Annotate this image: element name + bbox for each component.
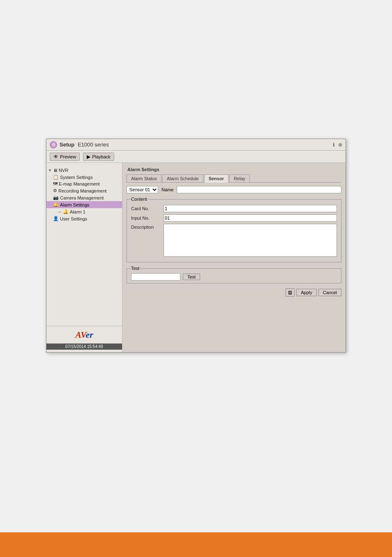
- card-no-input[interactable]: [164, 205, 337, 212]
- sidebar-item-alarm-1[interactable]: — 🔔 Alarm 1: [46, 208, 122, 215]
- preview-button[interactable]: 👁 Preview: [50, 153, 80, 161]
- panel-area: Alarm Settings Alarm Status Alarm Schedu…: [122, 163, 346, 352]
- title-bar-right: ℹ ⊗: [333, 142, 342, 148]
- sidebar-item-system-settings[interactable]: 📋 System Settings: [46, 174, 122, 181]
- sidebar-item-nvr[interactable]: ▼ 🖥 NVR: [46, 167, 122, 174]
- user-settings-icon: 👤: [53, 216, 59, 221]
- input-no-input[interactable]: [164, 214, 337, 222]
- sensor-row: Sensor 01 Name: [127, 186, 341, 193]
- name-input[interactable]: [177, 186, 341, 193]
- emap-icon: 🗺: [53, 181, 58, 186]
- recording-label: Recording Management: [58, 188, 106, 193]
- content-fieldset: Content Card No. Input No. Description: [127, 197, 341, 262]
- datetime-label: 07/15/2014 15:54:49: [65, 344, 103, 349]
- info-icon[interactable]: ℹ: [333, 142, 335, 148]
- expand-icon-alarm1: —: [58, 210, 62, 214]
- name-label: Name: [161, 187, 173, 192]
- test-input[interactable]: [131, 273, 180, 281]
- sidebar-item-alarm-settings[interactable]: 🔔 Alarm Settings: [46, 201, 122, 208]
- card-no-row: Card No.: [131, 205, 337, 212]
- aver-logo: AVer: [50, 330, 119, 340]
- alarm-settings-icon: 🔔: [53, 202, 59, 207]
- cancel-button[interactable]: Cancel: [318, 289, 341, 296]
- playback-icon: ▶: [87, 154, 90, 160]
- alarm1-icon: 🔔: [63, 209, 69, 214]
- tab-alarm-status[interactable]: Alarm Status: [127, 174, 161, 182]
- test-row: Test: [131, 273, 337, 281]
- window-setup-label: Setup: [60, 142, 74, 148]
- sidebar-logo: AVer: [46, 326, 122, 343]
- datetime-bar: 07/15/2014 15:54:49: [46, 343, 122, 350]
- description-row: Description: [131, 224, 337, 257]
- tabs-container: Alarm Status Alarm Schedule Sensor Relay: [127, 174, 341, 183]
- camera-label: Camera Management: [60, 195, 104, 200]
- emap-label: E-map Management: [59, 181, 100, 186]
- sidebar-item-emap-management[interactable]: 🗺 E-map Management: [46, 181, 122, 187]
- tab-sensor[interactable]: Sensor: [204, 174, 228, 183]
- card-no-label: Card No.: [131, 206, 162, 211]
- alarm1-label: Alarm 1: [70, 209, 85, 214]
- tab-relay[interactable]: Relay: [229, 174, 250, 182]
- icon-action-icon: 🖼: [288, 290, 292, 295]
- icon-action-button[interactable]: 🖼: [286, 288, 295, 297]
- main-content: ▼ 🖥 NVR 📋 System Settings 🗺 E-map Manage…: [46, 163, 346, 352]
- sidebar-item-recording-management[interactable]: ⚙ Recording Management: [46, 187, 122, 194]
- app-window: ⚙ Setup E1000 series ℹ ⊗ 👁 Preview ▶ Pla…: [46, 139, 346, 353]
- input-no-label: Input No.: [131, 216, 162, 220]
- orange-bar: [0, 532, 392, 557]
- sidebar: ▼ 🖥 NVR 📋 System Settings 🗺 E-map Manage…: [46, 163, 122, 352]
- content-legend: Content: [131, 197, 147, 202]
- description-input[interactable]: [164, 224, 337, 257]
- alarm-settings-panel: Alarm Settings Alarm Status Alarm Schedu…: [127, 167, 341, 297]
- close-icon[interactable]: ⊗: [338, 142, 342, 148]
- input-no-row: Input No.: [131, 214, 337, 222]
- toolbar: 👁 Preview ▶ Playback: [46, 151, 346, 163]
- test-fieldset: Test Test: [127, 266, 341, 283]
- sidebar-item-camera-management[interactable]: 📷 Camera Management: [46, 194, 122, 201]
- sidebar-item-user-settings[interactable]: 👤 User Settings: [46, 215, 122, 222]
- test-legend: Test: [131, 266, 139, 271]
- sensor-select[interactable]: Sensor 01: [127, 186, 158, 193]
- system-settings-label: System Settings: [60, 175, 92, 180]
- description-label: Description: [131, 224, 162, 230]
- camera-icon: 📷: [53, 195, 59, 200]
- bottom-actions: 🖼 Apply Cancel: [127, 287, 341, 297]
- setup-gear-icon: ⚙: [50, 141, 57, 149]
- nvr-icon: 🖥: [53, 168, 58, 173]
- playback-button[interactable]: ▶ Playback: [83, 153, 114, 161]
- preview-label: Preview: [60, 154, 76, 159]
- tab-alarm-schedule[interactable]: Alarm Schedule: [162, 174, 203, 182]
- expand-icon-nvr: ▼: [48, 168, 52, 172]
- preview-icon: 👁: [53, 154, 58, 160]
- title-bar: ⚙ Setup E1000 series ℹ ⊗: [46, 139, 346, 151]
- panel-title: Alarm Settings: [127, 167, 341, 172]
- alarm-settings-label: Alarm Settings: [60, 202, 90, 207]
- apply-button[interactable]: Apply: [296, 289, 317, 296]
- recording-icon: ⚙: [53, 188, 57, 193]
- tree-view: ▼ 🖥 NVR 📋 System Settings 🗺 E-map Manage…: [46, 165, 122, 326]
- playback-label: Playback: [92, 154, 111, 159]
- window-series-label: E1000 series: [78, 142, 109, 148]
- system-settings-icon: 📋: [53, 174, 59, 180]
- test-button[interactable]: Test: [183, 274, 200, 280]
- title-bar-left: ⚙ Setup E1000 series: [50, 141, 109, 149]
- user-settings-label: User Settings: [60, 216, 87, 221]
- nvr-label: NVR: [59, 168, 68, 173]
